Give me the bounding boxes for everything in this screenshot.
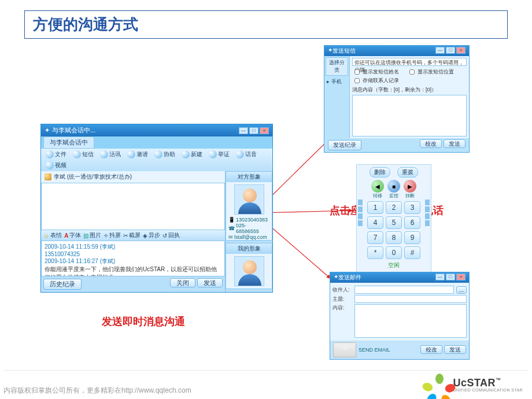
sms-send-button[interactable]: 发送 — [444, 139, 466, 148]
mail-send-link[interactable]: SEND EMAIL — [359, 347, 390, 353]
peer-name: 李斌 (统一通信/掌旗技术/总办) — [54, 173, 132, 181]
mail-max[interactable]: □ — [446, 274, 455, 280]
phone-icon: ☎ — [228, 226, 235, 231]
brand-tagline: UNIFIED COMMUNICATION STAR — [453, 388, 523, 392]
close-button[interactable]: × — [260, 127, 269, 134]
sms-history-button[interactable]: 发送纪录 — [328, 140, 361, 150]
key-4[interactable]: 4 — [367, 216, 383, 229]
sms-title-text: 发送短信 — [332, 47, 356, 55]
tbtn-dial[interactable]: 活讯 — [98, 150, 123, 159]
hist-line1: 2009-10-14 11:15:59 (李斌) — [45, 243, 221, 251]
close-chat-button[interactable]: 关闭 — [170, 278, 195, 287]
input-toolbar: ☺表情 A字体 ▧图片 ✧抖屏 ✂截屏 ◈异步 ↺回执 — [41, 230, 225, 241]
key-9[interactable]: 9 — [404, 231, 420, 244]
tbtn-sms[interactable]: 短信 — [71, 150, 96, 159]
invite-icon — [127, 150, 135, 158]
my-avatar — [234, 256, 264, 286]
sms-min[interactable]: — — [435, 47, 445, 54]
mtab-emoji[interactable]: ☺表情 — [43, 231, 62, 239]
tbtn-new[interactable]: 新建 — [179, 150, 205, 159]
mtab-image[interactable]: ▧图片 — [83, 231, 101, 239]
my-avatar-header: 我的形象 — [226, 243, 272, 254]
sms-opt1[interactable]: 显示发短信姓名 — [352, 68, 399, 76]
mail-min[interactable]: — — [435, 274, 445, 280]
sms-opt3[interactable]: 存储联系人记录 — [352, 76, 467, 85]
vol-left — [358, 200, 363, 226]
tbtn-voice[interactable]: 话音 — [234, 150, 259, 159]
sms-icon — [73, 150, 81, 158]
mail-close-button[interactable]: 校改 — [420, 345, 442, 354]
sms-opt2[interactable]: 显示发短信位置 — [407, 68, 454, 76]
key-0[interactable]: 0 — [386, 246, 402, 259]
mail-titlebar[interactable]: ✦ 发送邮件 — □ × — [330, 272, 469, 283]
sms-counter: 消息内容（字数：[0]，剩余为：[0]） — [352, 86, 467, 94]
dial-hangup[interactable]: ▶ — [404, 180, 416, 193]
mail-to-browse[interactable]: ... — [456, 286, 467, 294]
star-icon — [430, 375, 449, 394]
mail-to-input[interactable] — [354, 286, 454, 294]
hist-line3-msg: 你能用液平度来一下，他们现善我们的UcSTAR，以后还可以招助他们的平台推进电力… — [45, 265, 221, 276]
file-icon — [46, 150, 54, 158]
ucstar-logo: UcSTAR™ UNIFIED COMMUNICATION STAR — [430, 375, 523, 394]
sms-titlebar[interactable]: ✦ 发送短信 — □ × — [324, 46, 469, 56]
history-panel[interactable]: 2009-10-14 11:15:59 (李斌) 13510074325 200… — [41, 241, 225, 276]
key-star[interactable]: * — [367, 246, 383, 259]
mail-close[interactable]: × — [456, 274, 466, 280]
send-chat-button[interactable]: 发送 — [197, 278, 223, 287]
mail-subject-input[interactable] — [354, 295, 467, 303]
key-3[interactable]: 3 — [404, 201, 420, 214]
dial-redial[interactable]: 重拨 — [397, 167, 418, 178]
hist-line2: 13510074325 — [45, 251, 221, 257]
key-5[interactable]: 5 — [386, 216, 402, 229]
key-8[interactable]: 8 — [386, 231, 402, 244]
mail-send-button[interactable]: 发送 — [444, 345, 466, 354]
key-hash[interactable]: # — [404, 246, 420, 259]
tbtn-video[interactable]: 视频 — [43, 161, 69, 170]
sms-close-button[interactable]: 校改 — [420, 139, 442, 148]
key-7[interactable]: 7 — [367, 231, 383, 244]
tbtn-invite[interactable]: 邀请 — [125, 150, 150, 159]
chat-tab[interactable]: 与李斌会话中 — [43, 136, 94, 149]
tbtn-addin[interactable]: 举证 — [206, 150, 232, 159]
mtab-shake[interactable]: ✧抖屏 — [104, 231, 121, 239]
dial-keys: 1 2 3 4 5 6 7 8 9 * 0 # — [359, 201, 428, 259]
sms-close[interactable]: × — [456, 47, 466, 54]
dial-transfer[interactable]: ◀ — [371, 180, 384, 193]
mail-subject-label: 主题: — [332, 295, 352, 303]
key-6[interactable]: 6 — [404, 216, 420, 229]
hist-line3-ts: 2009-10-14 11:16:27 (李斌) — [45, 257, 221, 265]
envelope-icon — [333, 342, 356, 357]
email-icon: ✉ — [228, 234, 233, 240]
peer-email[interactable]: ✉lstall@qq.com — [226, 234, 272, 240]
key-1[interactable]: 1 — [367, 201, 383, 214]
message-display — [41, 183, 225, 230]
peer-mobile[interactable]: 📱13023040383 — [226, 217, 272, 223]
sms-category-button[interactable]: 选择分类 — [326, 57, 348, 76]
maximize-button[interactable]: □ — [249, 127, 258, 134]
dial-icon — [100, 150, 108, 158]
chat-titlebar[interactable]: ✦ 与李斌会话中... — □ × — [41, 124, 272, 136]
mail-body-input[interactable] — [354, 304, 467, 338]
sms-recipient-input[interactable]: 你还可以在这填接收手机号码，多个号码请用，分隔 — [352, 58, 467, 66]
dial-hold[interactable]: ■ — [387, 180, 400, 193]
dial-delete[interactable]: 删除 — [370, 167, 390, 178]
sms-group-mobile[interactable]: ▸ 手机 — [324, 77, 349, 87]
sms-text-area[interactable] — [352, 95, 467, 136]
sms-max[interactable]: □ — [446, 47, 455, 54]
peer-landline[interactable]: ☎025-68586555 — [226, 223, 272, 234]
mail-title-text: 发送邮件 — [338, 274, 361, 282]
tbtn-help[interactable]: 协助 — [152, 150, 178, 159]
mail-window: ✦ 发送邮件 — □ × 收件人: ... 主题: 内容: — [330, 272, 470, 360]
mtab-screenshot[interactable]: ✂截屏 — [123, 231, 141, 239]
peer-info: 李斌 (统一通信/掌旗技术/总办) — [41, 171, 225, 183]
chat-window: ✦ 与李斌会话中... — □ × 与李斌会话中 文件 短信 活讯 邀请 协助 … — [40, 124, 273, 293]
minimize-button[interactable]: — — [239, 127, 248, 134]
mtab-font[interactable]: A字体 — [64, 231, 81, 239]
mtab-review[interactable]: ↺回执 — [162, 231, 180, 239]
history-button[interactable]: 历史纪录 — [43, 279, 82, 290]
mail-body-label: 内容: — [332, 304, 352, 312]
tbtn-file[interactable]: 文件 — [43, 150, 69, 159]
key-2[interactable]: 2 — [386, 201, 402, 214]
mtab-paste[interactable]: ◈异步 — [143, 231, 160, 239]
user-icon — [45, 173, 51, 180]
